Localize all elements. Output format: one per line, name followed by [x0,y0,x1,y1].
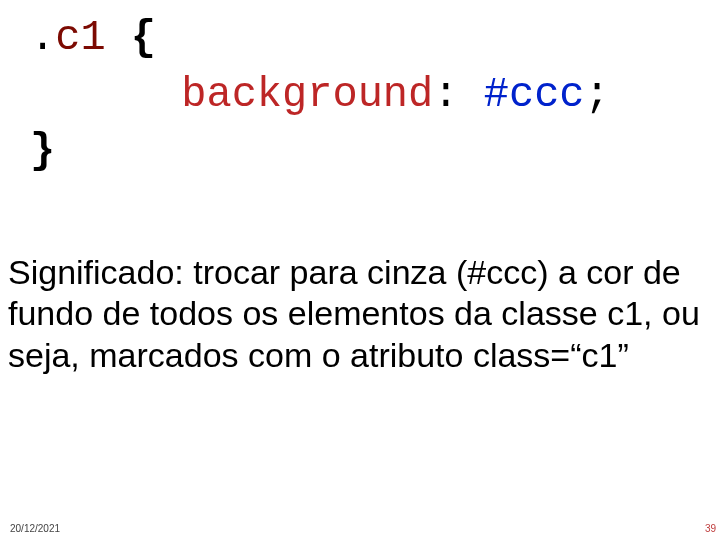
code-indent [30,71,181,119]
code-value: #ccc [484,71,585,119]
code-brace-open: { [131,14,156,62]
code-semicolon: ; [585,71,610,119]
code-property: background [181,71,433,119]
code-dot: . [30,14,55,62]
code-line-2: background: #ccc; [30,67,690,124]
code-colon: : [433,71,458,119]
code-block: .c1 { background: #ccc; } [30,10,690,180]
code-selector: c1 [55,14,105,62]
code-line-1: .c1 { [30,10,690,67]
footer-date: 20/12/2021 [10,523,60,534]
explanation-text: Significado: trocar para cinza (#ccc) a … [8,252,708,376]
code-brace-close: } [30,127,55,175]
footer-page-number: 39 [705,523,716,534]
code-line-3: } [30,123,690,180]
slide: .c1 { background: #ccc; } Significado: t… [0,0,720,540]
